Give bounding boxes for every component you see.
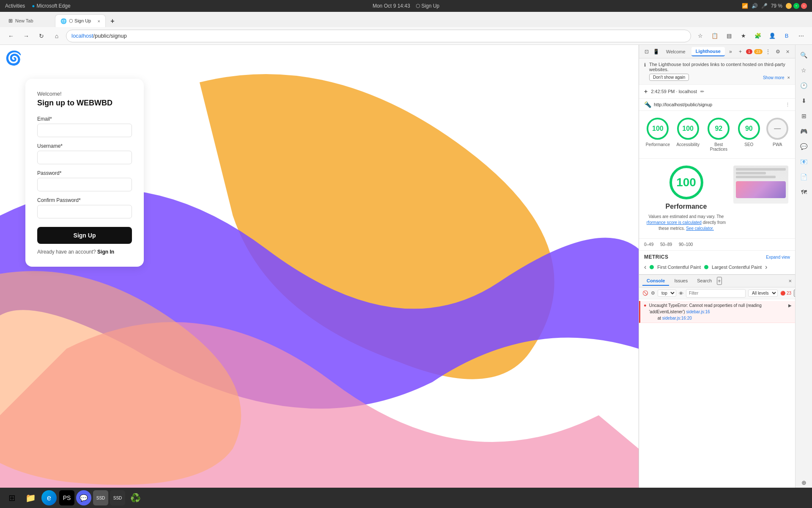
- devtools-bottom: Console Issues Search + × 🚫 ⚙ top 👁: [639, 274, 795, 351]
- level-select[interactable]: All levels: [748, 290, 778, 297]
- sidebar-downloads-btn[interactable]: ⬇: [797, 94, 811, 108]
- error-file-link[interactable]: sidebar.js:16: [686, 309, 710, 314]
- signup-button[interactable]: Sign Up: [37, 227, 132, 244]
- score-circle-seo: 90: [738, 118, 760, 140]
- filter-input[interactable]: [686, 289, 746, 298]
- score-performance: 100 Performance: [646, 118, 670, 152]
- error-location-link[interactable]: sidebar.js:16:20: [662, 316, 692, 320]
- home-btn[interactable]: ⌂: [51, 30, 63, 42]
- taskbar-ssd1-btn[interactable]: SSD: [93, 490, 108, 505]
- dt-more-btn[interactable]: ⋮: [764, 47, 772, 57]
- copilot-btn[interactable]: B: [781, 30, 793, 42]
- dt-add-tab-btn[interactable]: +: [736, 47, 744, 57]
- lh-perf-desc: Values are estimated and may vary. The r…: [646, 214, 727, 232]
- taskbar-ssd2-btn[interactable]: SSD: [110, 490, 125, 505]
- activities-btn[interactable]: Activities: [5, 3, 25, 9]
- expand-view-btn[interactable]: Expand view: [766, 255, 790, 260]
- user-profile-btn[interactable]: 👤: [766, 30, 778, 42]
- collections-btn[interactable]: 📋: [709, 30, 721, 42]
- taskbar-phpstorm-btn[interactable]: PS: [59, 490, 74, 505]
- show-more-link[interactable]: Show more: [763, 75, 785, 80]
- sidebar-history-btn[interactable]: 🕐: [797, 79, 811, 92]
- console-tab-search[interactable]: Search: [693, 276, 716, 286]
- lh-icon: 🔦: [644, 101, 651, 108]
- metric-fcp-label: First Contentful Paint: [657, 265, 701, 270]
- sidebar-toggle-btn[interactable]: ▤: [723, 30, 735, 42]
- bookmark-btn[interactable]: ☆: [694, 30, 706, 42]
- sidebar-apps-btn[interactable]: ⊞: [797, 109, 811, 123]
- ss-line-2: [736, 172, 766, 174]
- range-high-label: 90–100: [679, 242, 693, 247]
- email-label: Email*: [37, 116, 132, 122]
- back-btn[interactable]: ←: [5, 30, 17, 42]
- dt-tab-welcome[interactable]: Welcome: [662, 47, 690, 56]
- sidebar-games-btn[interactable]: 🎮: [797, 124, 811, 138]
- win-maximize[interactable]: +: [793, 3, 799, 9]
- perf-score-link[interactable]: rformance score is calculated: [647, 220, 702, 225]
- taskbar-discord-btn[interactable]: 💬: [76, 490, 91, 505]
- score-label-seo: SEO: [744, 142, 753, 147]
- calculator-link[interactable]: See calculator.: [686, 226, 714, 231]
- clear-console-btn[interactable]: 🚫: [642, 289, 648, 298]
- more-menu-btn[interactable]: ⋯: [795, 30, 807, 42]
- win-close[interactable]: ×: [801, 3, 807, 9]
- email-input[interactable]: [37, 124, 132, 137]
- taskbar-trash-btn[interactable]: ♻️: [127, 489, 144, 506]
- dt-close-btn[interactable]: ×: [784, 47, 792, 57]
- password-input[interactable]: [37, 178, 132, 191]
- new-tab-icon: ⊞: [8, 18, 13, 24]
- signin-link[interactable]: Sign In: [97, 249, 114, 255]
- lh-add-btn[interactable]: +: [644, 88, 647, 95]
- device-toggle-btn[interactable]: 📱: [652, 47, 660, 57]
- sidebar-office-btn[interactable]: 📄: [797, 170, 811, 184]
- browser-name: ● Microsoft Edge: [32, 3, 70, 9]
- devtools-toolbar: ⊡ 📱 Welcome Lighthouse » + 1 23 ⋮ ⚙ ×: [639, 45, 795, 58]
- address-bar[interactable]: localhost/public/signup: [66, 30, 691, 42]
- new-tab-btn[interactable]: +: [107, 15, 118, 27]
- taskbar: ⊞ 📁 e PS 💬 SSD SSD ♻️: [0, 488, 812, 508]
- lh-url-menu-btn[interactable]: ⋮: [785, 102, 790, 108]
- console-add-tab-btn[interactable]: +: [717, 277, 722, 285]
- context-select[interactable]: top: [658, 290, 676, 297]
- score-pwa: — PWA: [766, 118, 788, 152]
- console-close-btn[interactable]: ×: [788, 278, 792, 284]
- confirm-password-input[interactable]: [37, 205, 132, 218]
- notice-close-icon[interactable]: ×: [787, 75, 790, 80]
- sidebar-social-btn[interactable]: 💬: [797, 140, 811, 153]
- sidebar-maps-btn[interactable]: 🗺: [797, 185, 811, 199]
- favorites-btn[interactable]: ★: [738, 30, 749, 42]
- taskbar-edge-btn[interactable]: e: [41, 490, 57, 505]
- forward-btn[interactable]: →: [20, 30, 32, 42]
- tab-new-tab[interactable]: ⊞ New Tab: [3, 14, 54, 27]
- dont-show-btn[interactable]: Don't show again: [649, 74, 689, 81]
- metrics-scroll-right[interactable]: ›: [765, 263, 767, 271]
- edit-run-icon[interactable]: ✏: [700, 89, 704, 94]
- username-input[interactable]: [37, 151, 132, 164]
- console-tab-issues[interactable]: Issues: [670, 276, 692, 286]
- expand-error-btn[interactable]: ▶: [788, 303, 792, 308]
- tab-signup[interactable]: 🌐 ⬡ Sign Up ×: [55, 14, 106, 27]
- console-toolbar: 🚫 ⚙ top 👁 All levels 🔴 23: [639, 287, 795, 299]
- console-output: ● Uncaught TypeError: Cannot read proper…: [639, 299, 795, 351]
- dt-more-tabs-btn[interactable]: »: [727, 47, 735, 57]
- sidebar-favorites-btn[interactable]: ☆: [797, 64, 811, 77]
- console-tab-console[interactable]: Console: [642, 276, 669, 286]
- tab-favicon: 🌐: [60, 18, 66, 24]
- win-minimize[interactable]: −: [786, 3, 792, 9]
- console-settings-btn[interactable]: ⚙: [651, 289, 655, 298]
- dt-settings-btn[interactable]: ⚙: [774, 47, 782, 57]
- sidebar-outlook-btn[interactable]: 📧: [797, 155, 811, 168]
- taskbar-apps-btn[interactable]: ⊞: [3, 489, 20, 506]
- taskbar-files-btn[interactable]: 📁: [22, 489, 39, 506]
- inspect-btn[interactable]: ⊡: [642, 47, 650, 57]
- eye-btn[interactable]: 👁: [679, 289, 683, 298]
- dt-tab-lighthouse[interactable]: Lighthouse: [691, 47, 725, 56]
- extensions-btn[interactable]: 🧩: [752, 30, 764, 42]
- metrics-scroll-left[interactable]: ‹: [644, 263, 646, 271]
- sidebar-search-btn[interactable]: 🔍: [797, 48, 811, 62]
- lh-perf-screenshot: [733, 166, 788, 204]
- lighthouse-panel: ℹ The Lighthouse tool provides links to …: [639, 58, 795, 493]
- window-controls[interactable]: − + ×: [786, 3, 807, 9]
- reload-btn[interactable]: ↻: [36, 30, 47, 42]
- tab-close-btn[interactable]: ×: [98, 19, 100, 24]
